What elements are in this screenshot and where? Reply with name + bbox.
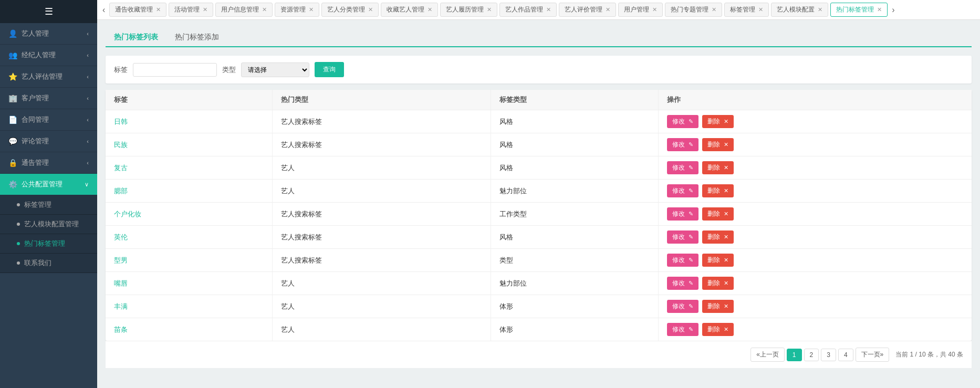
close-icon[interactable]: ✕ [652,6,657,13]
delete-button[interactable]: 删除 ✕ [702,184,733,197]
tab-artist-category[interactable]: 艺人分类管理 ✕ [321,3,379,17]
page-info: 当前 1 / 10 条，共 40 条 [895,350,963,359]
close-icon[interactable]: ✕ [487,6,492,13]
cell-tag-type: 魅力部位 [491,180,659,203]
tag-link[interactable]: 苗条 [114,326,128,333]
page-tab-list[interactable]: 热门标签列表 [106,28,166,47]
cell-tag: 丰满 [106,295,272,318]
tag-link[interactable]: 复古 [114,164,128,172]
sidebar-item-customer[interactable]: 🏢 客户管理 ‹ [0,88,97,109]
edit-icon: ✎ [689,326,693,332]
sidebar-item-label: 艺人评估管理 [22,72,62,81]
tab-collect-artist[interactable]: 收藏艺人管理 ✕ [381,3,438,17]
sidebar-item-artist[interactable]: 👤 艺人管理 ‹ [0,23,97,45]
delete-button[interactable]: 删除 ✕ [702,161,733,174]
tag-link[interactable]: 民族 [114,141,128,149]
page-4-button[interactable]: 4 [838,349,853,361]
search-type-select[interactable]: 请选择 艺人搜索标签 艺人 [241,62,309,77]
prev-page-button[interactable]: «上一页 [750,348,785,362]
tab-hot-topic[interactable]: 热门专题管理 ✕ [665,3,722,17]
edit-button[interactable]: 修改 ✎ [667,230,698,244]
sidebar-item-label: 艺人管理 [22,29,49,38]
hamburger-icon[interactable]: ☰ [45,6,53,17]
close-icon[interactable]: ✕ [262,6,267,13]
tab-tag-manage[interactable]: 标签管理 ✕ [724,3,769,17]
edit-icon: ✎ [689,211,693,217]
edit-button[interactable]: 修改 ✎ [667,138,698,151]
tag-link[interactable]: 腮部 [114,187,128,195]
close-icon[interactable]: ✕ [712,6,716,13]
edit-button[interactable]: 修改 ✎ [667,184,698,197]
tab-next-button[interactable]: › [889,5,898,15]
close-icon[interactable]: ✕ [203,6,207,13]
close-icon[interactable]: ✕ [546,6,551,13]
close-icon[interactable]: ✕ [818,6,822,13]
edit-button[interactable]: 修改 ✎ [667,161,698,174]
page-1-button[interactable]: 1 [787,349,802,361]
sidebar-item-public[interactable]: ⚙️ 公共配置管理 ∨ [0,174,97,195]
tag-link[interactable]: 嘴唇 [114,279,128,287]
delete-button[interactable]: 删除 ✕ [702,138,733,151]
tag-link[interactable]: 英伦 [114,233,128,241]
tab-user-info[interactable]: 用户信息管理 ✕ [215,3,273,17]
tag-link[interactable]: 型男 [114,256,128,264]
close-icon[interactable]: ✕ [368,6,373,13]
tab-artist-resume[interactable]: 艺人履历管理 ✕ [440,3,497,17]
col-action: 操作 [659,90,972,110]
sidebar-item-evaluation[interactable]: ⭐ 艺人评估管理 ‹ [0,66,97,88]
tab-prev-button[interactable]: ‹ [99,5,108,15]
tab-artist-module[interactable]: 艺人模块配置 ✕ [771,3,828,17]
sidebar-subitem-tag[interactable]: 标签管理 [0,195,97,215]
delete-button[interactable]: 删除 ✕ [702,323,733,336]
cell-actions: 修改 ✎ 删除 ✕ [659,318,972,341]
delete-button[interactable]: 删除 ✕ [702,207,733,221]
tab-artist-works[interactable]: 艺人作品管理 ✕ [499,3,557,17]
close-icon[interactable]: ✕ [428,6,432,13]
close-icon[interactable]: ✕ [156,6,161,13]
page-3-button[interactable]: 3 [821,349,836,361]
edit-button[interactable]: 修改 ✎ [667,277,698,290]
tab-resource[interactable]: 资源管理 ✕ [275,3,319,17]
delete-button[interactable]: 删除 ✕ [702,254,733,267]
edit-button[interactable]: 修改 ✎ [667,323,698,336]
close-icon[interactable]: ✕ [309,6,314,13]
delete-icon: ✕ [724,141,728,148]
close-icon[interactable]: ✕ [758,6,763,13]
search-tag-input[interactable] [133,63,217,77]
page-tab-add[interactable]: 热门标签添加 [166,28,227,47]
edit-button[interactable]: 修改 ✎ [667,254,698,267]
sidebar-item-contract[interactable]: 📄 合同管理 ‹ [0,109,97,131]
query-button[interactable]: 查询 [315,62,344,77]
sidebar-item-agent[interactable]: 👥 经纪人管理 ‹ [0,45,97,66]
page-2-button[interactable]: 2 [804,349,819,361]
edit-button[interactable]: 修改 ✎ [667,207,698,221]
tag-link[interactable]: 日韩 [114,118,128,125]
cell-tag-type: 风格 [491,110,659,133]
delete-button[interactable]: 删除 ✕ [702,115,733,128]
chevron-right-icon: ‹ [87,117,89,123]
delete-button[interactable]: 删除 ✕ [702,230,733,244]
tab-artist-evaluation[interactable]: 艺人评价管理 ✕ [559,3,616,17]
edit-button[interactable]: 修改 ✎ [667,115,698,128]
sidebar-item-notice[interactable]: 🔒 通告管理 ‹ [0,152,97,174]
delete-button[interactable]: 删除 ✕ [702,300,733,313]
delete-icon: ✕ [724,234,728,240]
tab-activity[interactable]: 活动管理 ✕ [169,3,213,17]
delete-button[interactable]: 删除 ✕ [702,277,733,290]
sidebar-subitem-module[interactable]: 艺人模块配置管理 [0,215,97,234]
sidebar-subitem-contact[interactable]: 联系我们 [0,254,97,273]
tab-user-manage[interactable]: 用户管理 ✕ [618,3,663,17]
tab-notice-collection[interactable]: 通告收藏管理 ✕ [109,3,166,17]
tab-hot-tag[interactable]: 热门标签管理 ✕ [830,3,888,17]
cell-actions: 修改 ✎ 删除 ✕ [659,203,972,226]
main-content: ‹ 通告收藏管理 ✕ 活动管理 ✕ 用户信息管理 ✕ 资源管理 ✕ 艺人分类管理… [97,0,980,388]
close-icon[interactable]: ✕ [877,6,882,13]
close-icon[interactable]: ✕ [606,6,610,13]
tag-link[interactable]: 丰满 [114,302,128,310]
delete-icon: ✕ [724,164,728,171]
sidebar-subitem-hottag[interactable]: 热门标签管理 [0,234,97,254]
next-page-button[interactable]: 下一页» [856,348,890,362]
sidebar-item-comment[interactable]: 💬 评论管理 ‹ [0,131,97,152]
tag-link[interactable]: 个户化妆 [114,210,141,218]
edit-button[interactable]: 修改 ✎ [667,300,698,313]
